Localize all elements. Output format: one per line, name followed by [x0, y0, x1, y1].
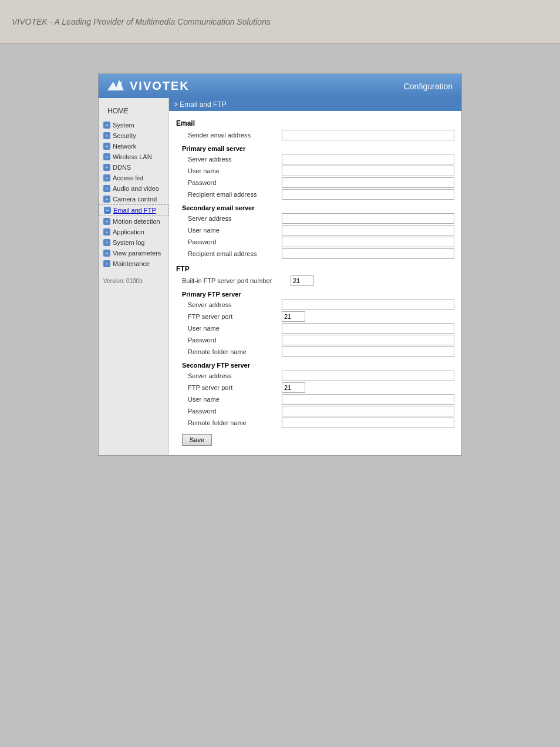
sender-email-row: Sender email address — [176, 130, 454, 140]
secondary-ftp-folder-label: Remote folder name — [188, 419, 282, 426]
sidebar-item-ddns[interactable]: + DDNS — [99, 162, 168, 173]
sidebar-label-system-log: System log — [113, 239, 144, 246]
primary-password-row: Password — [176, 177, 454, 188]
sidebar-home[interactable]: HOME — [99, 104, 168, 120]
secondary-ftp-address-input[interactable] — [282, 371, 454, 381]
secondary-ftp-folder-input[interactable] — [282, 418, 454, 428]
primary-ftp-user-row: User name — [176, 323, 454, 334]
secondary-recipient-label: Recipient email address — [188, 250, 282, 257]
secondary-ftp-port-row: FTP server port — [176, 382, 454, 393]
top-bar: VIVOTEK - A Leading Provider of Multimed… — [0, 0, 560, 44]
secondary-ftp-address-label: Server address — [188, 372, 282, 379]
primary-ftp-port-row: FTP server port — [176, 311, 454, 322]
secondary-ftp-user-row: User name — [176, 394, 454, 405]
ftp-section-title: FTP — [176, 265, 454, 273]
secondary-server-address-input[interactable] — [282, 213, 454, 224]
sidebar-item-email-ftp[interactable]: + Email and FTP — [99, 204, 168, 216]
expand-icon: + — [103, 196, 110, 203]
sidebar-item-audio-video[interactable]: + Audio and video — [99, 183, 168, 194]
sidebar-label-access-list: Access list — [113, 174, 143, 181]
primary-ftp-pass-label: Password — [188, 337, 282, 344]
sidebar-label-audio-video: Audio and video — [113, 185, 159, 192]
save-button[interactable]: Save — [182, 434, 212, 446]
save-row: Save — [182, 434, 454, 446]
secondary-ftp-port-input[interactable] — [282, 382, 305, 393]
sender-email-label: Sender email address — [188, 132, 282, 139]
secondary-server-address-label: Server address — [188, 215, 282, 222]
sidebar-item-network[interactable]: + Network — [99, 141, 168, 152]
sidebar-item-camera-control[interactable]: + Camera control — [99, 194, 168, 204]
primary-recipient-input[interactable] — [282, 189, 454, 200]
expand-icon: + — [103, 218, 110, 225]
sidebar-label-view-parameters: View parameters — [113, 250, 161, 257]
secondary-server-address-row: Server address — [176, 213, 454, 224]
secondary-ftp-folder-row: Remote folder name — [176, 418, 454, 428]
logo-text: VIVOTEK — [130, 79, 190, 93]
expand-icon: + — [103, 185, 110, 192]
primary-ftp-pass-input[interactable] — [282, 335, 454, 345]
primary-server-address-input[interactable] — [282, 154, 454, 164]
primary-password-label: Password — [188, 179, 282, 186]
primary-ftp-folder-label: Remote folder name — [188, 348, 282, 355]
header-bar: VIVOTEK Configuration — [99, 74, 461, 98]
primary-user-name-input[interactable] — [282, 166, 454, 176]
secondary-ftp-pass-input[interactable] — [282, 406, 454, 416]
primary-server-address-row: Server address — [176, 154, 454, 164]
expand-icon: + — [103, 228, 110, 235]
expand-icon: + — [103, 132, 110, 139]
builtin-ftp-row: Built-in FTP server port number — [176, 275, 454, 286]
sidebar-item-system-log[interactable]: + System log — [99, 237, 168, 248]
sidebar-item-wireless-lan[interactable]: + Wireless LAN — [99, 152, 168, 162]
sidebar-label-wireless-lan: Wireless LAN — [113, 153, 152, 160]
sidebar-item-security[interactable]: + Security — [99, 130, 168, 141]
sidebar-item-motion-detection[interactable]: + Motion detection — [99, 216, 168, 227]
primary-ftp-address-row: Server address — [176, 300, 454, 310]
secondary-ftp-user-input[interactable] — [282, 394, 454, 405]
primary-recipient-row: Recipient email address — [176, 189, 454, 200]
vivotek-logo-icon — [107, 79, 125, 93]
secondary-password-label: Password — [188, 238, 282, 245]
primary-ftp-user-label: User name — [188, 325, 282, 332]
secondary-email-server-title: Secondary email server — [182, 204, 454, 211]
primary-ftp-folder-input[interactable] — [282, 346, 454, 357]
config-label: Configuration — [404, 82, 453, 91]
sidebar-label-network: Network — [113, 143, 136, 150]
sidebar-label-system: System — [113, 122, 134, 129]
sidebar-item-access-list[interactable]: + Access list — [99, 173, 168, 183]
secondary-recipient-input[interactable] — [282, 248, 454, 259]
sidebar-item-system[interactable]: + System — [99, 120, 168, 130]
sidebar-label-motion-detection: Motion detection — [113, 218, 160, 225]
main-content: > Email and FTP Email Sender email addre… — [169, 98, 461, 455]
main-container: VIVOTEK Configuration HOME + System + Se… — [98, 73, 462, 456]
sidebar-item-maintenance[interactable]: + Maintenance — [99, 258, 168, 269]
sidebar-label-maintenance: Maintenance — [113, 260, 150, 267]
primary-server-address-label: Server address — [188, 156, 282, 163]
expand-icon: + — [103, 153, 110, 160]
primary-user-name-label: User name — [188, 167, 282, 174]
secondary-user-name-input[interactable] — [282, 225, 454, 235]
expand-icon: + — [103, 260, 110, 267]
primary-ftp-port-input[interactable] — [282, 311, 305, 322]
secondary-ftp-port-label: FTP server port — [188, 384, 282, 391]
content-area: HOME + System + Security + Network + Wir… — [99, 98, 461, 455]
page-wrapper: VIVOTEK Configuration HOME + System + Se… — [0, 44, 560, 485]
primary-recipient-label: Recipient email address — [188, 191, 282, 198]
builtin-ftp-port-input[interactable] — [291, 275, 314, 286]
breadcrumb: > Email and FTP — [169, 98, 461, 111]
primary-ftp-address-input[interactable] — [282, 300, 454, 310]
primary-ftp-address-label: Server address — [188, 301, 282, 308]
sender-email-input[interactable] — [282, 130, 454, 140]
sidebar-label-application: Application — [113, 228, 144, 235]
secondary-password-input[interactable] — [282, 237, 454, 247]
svg-point-1 — [119, 82, 122, 85]
primary-ftp-port-label: FTP server port — [188, 313, 282, 320]
secondary-password-row: Password — [176, 237, 454, 247]
primary-ftp-server-title: Primary FTP server — [182, 291, 454, 298]
sidebar-item-application[interactable]: + Application — [99, 227, 168, 237]
primary-ftp-pass-row: Password — [176, 335, 454, 345]
sidebar-item-view-parameters[interactable]: + View parameters — [99, 248, 168, 258]
sidebar-label-ddns: DDNS — [113, 164, 131, 171]
primary-ftp-user-input[interactable] — [282, 323, 454, 334]
expand-icon: + — [103, 174, 110, 181]
primary-password-input[interactable] — [282, 177, 454, 188]
